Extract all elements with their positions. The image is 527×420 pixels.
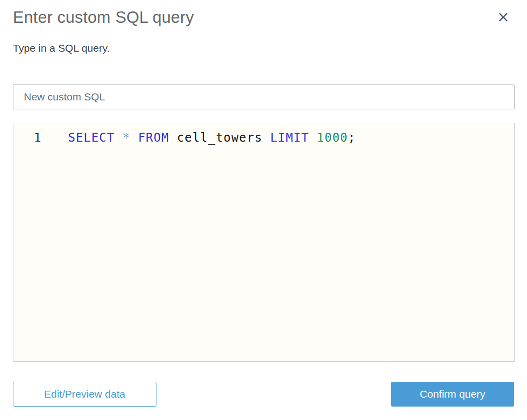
dialog-subtitle: Type in a SQL query.	[13, 42, 514, 54]
custom-sql-dialog: Enter custom SQL query × Type in a SQL q…	[0, 0, 527, 420]
sql-token-keyword: LIMIT	[270, 131, 309, 145]
sql-token-plain	[130, 131, 138, 145]
sql-code-text: SELECT * FROM cell_towers LIMIT 1000;	[68, 131, 356, 145]
code-lines: 1SELECT * FROM cell_towers LIMIT 1000;	[13, 131, 514, 145]
custom-sql-name-input[interactable]	[13, 84, 515, 109]
line-number: 1	[13, 131, 42, 145]
dialog-footer: Edit/Preview data Confirm query	[13, 382, 514, 407]
edit-preview-data-button[interactable]: Edit/Preview data	[13, 382, 156, 407]
confirm-query-button[interactable]: Confirm query	[391, 382, 514, 407]
sql-token-plain: cell_towers	[169, 131, 270, 145]
sql-token-plain	[115, 131, 123, 145]
close-icon: ×	[497, 8, 509, 25]
close-button[interactable]: ×	[494, 8, 512, 26]
sql-editor[interactable]: 1SELECT * FROM cell_towers LIMIT 1000;	[13, 123, 515, 362]
dialog-title: Enter custom SQL query	[13, 0, 514, 27]
sql-token-keyword: SELECT	[68, 131, 115, 145]
sql-token-keyword: FROM	[138, 131, 169, 145]
sql-token-plain	[309, 131, 317, 145]
sql-token-number: 1000	[317, 131, 348, 145]
code-line[interactable]: 1SELECT * FROM cell_towers LIMIT 1000;	[13, 131, 514, 145]
sql-token-operator: *	[123, 131, 131, 145]
sql-token-plain: ;	[348, 131, 356, 145]
